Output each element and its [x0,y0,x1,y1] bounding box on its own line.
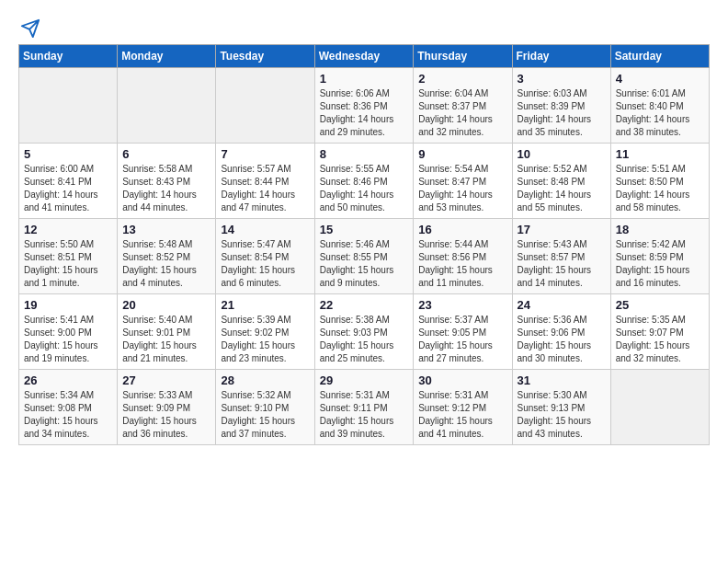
page-header [18,18,710,39]
day-number: 14 [221,223,309,236]
logo-bird-icon [20,18,40,39]
day-info: Sunrise: 5:39 AMSunset: 9:02 PMDaylight:… [221,314,309,365]
calendar-day-cell: 26Sunrise: 5:34 AMSunset: 9:08 PMDayligh… [19,370,118,445]
day-info: Sunrise: 5:58 AMSunset: 8:43 PMDaylight:… [122,163,210,214]
day-info: Sunrise: 5:42 AMSunset: 8:59 PMDaylight:… [616,238,704,290]
day-number: 22 [320,298,409,312]
calendar-day-cell [610,370,709,445]
day-number: 12 [24,223,112,236]
day-number: 26 [24,373,112,387]
day-number: 29 [320,373,409,387]
day-info: Sunrise: 5:33 AMSunset: 9:09 PMDaylight:… [122,389,210,441]
calendar-day-cell: 9Sunrise: 5:54 AMSunset: 8:47 PMDaylight… [414,144,512,219]
calendar-week-row: 26Sunrise: 5:34 AMSunset: 9:08 PMDayligh… [19,370,710,445]
day-number: 5 [24,147,112,161]
day-number: 27 [122,373,210,387]
calendar-day-cell: 31Sunrise: 5:30 AMSunset: 9:13 PMDayligh… [512,370,610,445]
calendar-day-cell: 20Sunrise: 5:40 AMSunset: 9:01 PMDayligh… [118,294,216,370]
day-info: Sunrise: 5:37 AMSunset: 9:05 PMDaylight:… [418,314,506,365]
calendar-day-cell: 11Sunrise: 5:51 AMSunset: 8:50 PMDayligh… [610,144,709,219]
day-info: Sunrise: 5:47 AMSunset: 8:54 PMDaylight:… [221,238,309,290]
calendar-day-cell: 10Sunrise: 5:52 AMSunset: 8:48 PMDayligh… [512,144,610,219]
calendar-table: SundayMondayTuesdayWednesdayThursdayFrid… [18,44,710,445]
day-number: 2 [418,72,506,86]
calendar-day-cell: 29Sunrise: 5:31 AMSunset: 9:11 PMDayligh… [314,370,414,445]
day-number: 20 [122,298,210,312]
day-number: 1 [320,72,409,86]
day-number: 25 [616,298,704,312]
calendar-day-header: Monday [118,45,216,68]
calendar-day-cell [19,68,118,144]
day-info: Sunrise: 5:52 AMSunset: 8:48 PMDaylight:… [518,163,606,214]
calendar-day-header: Tuesday [216,45,314,68]
day-number: 28 [221,373,309,387]
day-info: Sunrise: 5:48 AMSunset: 8:52 PMDaylight:… [122,238,210,290]
day-info: Sunrise: 6:06 AMSunset: 8:36 PMDaylight:… [320,87,409,139]
day-info: Sunrise: 5:46 AMSunset: 8:55 PMDaylight:… [320,238,409,290]
day-number: 24 [518,298,606,312]
day-number: 9 [418,147,506,161]
calendar-day-cell: 13Sunrise: 5:48 AMSunset: 8:52 PMDayligh… [118,219,216,294]
day-info: Sunrise: 5:43 AMSunset: 8:57 PMDaylight:… [518,238,606,290]
calendar-day-cell: 1Sunrise: 6:06 AMSunset: 8:36 PMDaylight… [314,68,414,144]
day-info: Sunrise: 5:35 AMSunset: 9:07 PMDaylight:… [616,314,704,365]
day-number: 23 [418,298,506,312]
calendar-day-cell: 7Sunrise: 5:57 AMSunset: 8:44 PMDaylight… [216,144,314,219]
calendar-day-cell: 23Sunrise: 5:37 AMSunset: 9:05 PMDayligh… [414,294,512,370]
day-info: Sunrise: 6:01 AMSunset: 8:40 PMDaylight:… [616,87,704,139]
calendar-day-header: Sunday [19,45,118,68]
day-number: 7 [221,147,309,161]
day-info: Sunrise: 5:50 AMSunset: 8:51 PMDaylight:… [24,238,112,290]
calendar-day-cell: 28Sunrise: 5:32 AMSunset: 9:10 PMDayligh… [216,370,314,445]
calendar-week-row: 1Sunrise: 6:06 AMSunset: 8:36 PMDaylight… [19,68,710,144]
calendar-day-cell: 22Sunrise: 5:38 AMSunset: 9:03 PMDayligh… [314,294,414,370]
calendar-week-row: 5Sunrise: 6:00 AMSunset: 8:41 PMDaylight… [19,144,710,219]
day-info: Sunrise: 5:54 AMSunset: 8:47 PMDaylight:… [418,163,506,214]
calendar-day-cell: 15Sunrise: 5:46 AMSunset: 8:55 PMDayligh… [314,219,414,294]
calendar-day-cell: 2Sunrise: 6:04 AMSunset: 8:37 PMDaylight… [414,68,512,144]
calendar-day-header: Friday [512,45,610,68]
day-info: Sunrise: 5:51 AMSunset: 8:50 PMDaylight:… [616,163,704,214]
calendar-day-cell: 21Sunrise: 5:39 AMSunset: 9:02 PMDayligh… [216,294,314,370]
day-info: Sunrise: 5:40 AMSunset: 9:01 PMDaylight:… [122,314,210,365]
calendar-day-cell: 16Sunrise: 5:44 AMSunset: 8:56 PMDayligh… [414,219,512,294]
day-number: 16 [418,223,506,236]
calendar-day-header: Thursday [414,45,512,68]
day-number: 31 [518,373,606,387]
calendar-day-cell: 27Sunrise: 5:33 AMSunset: 9:09 PMDayligh… [118,370,216,445]
day-info: Sunrise: 5:41 AMSunset: 9:00 PMDaylight:… [24,314,112,365]
day-info: Sunrise: 5:36 AMSunset: 9:06 PMDaylight:… [518,314,606,365]
calendar-day-cell: 19Sunrise: 5:41 AMSunset: 9:00 PMDayligh… [19,294,118,370]
calendar-day-cell: 24Sunrise: 5:36 AMSunset: 9:06 PMDayligh… [512,294,610,370]
day-info: Sunrise: 5:38 AMSunset: 9:03 PMDaylight:… [320,314,409,365]
day-number: 18 [616,223,704,236]
day-info: Sunrise: 5:57 AMSunset: 8:44 PMDaylight:… [221,163,309,214]
calendar-day-header: Wednesday [314,45,414,68]
calendar-week-row: 12Sunrise: 5:50 AMSunset: 8:51 PMDayligh… [19,219,710,294]
calendar-day-cell: 25Sunrise: 5:35 AMSunset: 9:07 PMDayligh… [610,294,709,370]
day-number: 15 [320,223,409,236]
day-info: Sunrise: 5:34 AMSunset: 9:08 PMDaylight:… [24,389,112,441]
day-number: 8 [320,147,409,161]
day-number: 3 [518,72,606,86]
day-number: 4 [616,72,704,86]
logo [18,18,40,39]
calendar-day-cell: 12Sunrise: 5:50 AMSunset: 8:51 PMDayligh… [19,219,118,294]
calendar-header-row: SundayMondayTuesdayWednesdayThursdayFrid… [19,45,710,68]
calendar-day-cell: 5Sunrise: 6:00 AMSunset: 8:41 PMDaylight… [19,144,118,219]
day-number: 11 [616,147,704,161]
day-info: Sunrise: 5:44 AMSunset: 8:56 PMDaylight:… [418,238,506,290]
calendar-day-header: Saturday [610,45,709,68]
day-info: Sunrise: 5:31 AMSunset: 9:11 PMDaylight:… [320,389,409,441]
calendar-day-cell [216,68,314,144]
day-number: 19 [24,298,112,312]
day-info: Sunrise: 5:30 AMSunset: 9:13 PMDaylight:… [518,389,606,441]
calendar-day-cell: 6Sunrise: 5:58 AMSunset: 8:43 PMDaylight… [118,144,216,219]
calendar-day-cell: 30Sunrise: 5:31 AMSunset: 9:12 PMDayligh… [414,370,512,445]
day-info: Sunrise: 6:00 AMSunset: 8:41 PMDaylight:… [24,163,112,214]
calendar-week-row: 19Sunrise: 5:41 AMSunset: 9:00 PMDayligh… [19,294,710,370]
day-info: Sunrise: 6:04 AMSunset: 8:37 PMDaylight:… [418,87,506,139]
calendar-day-cell [118,68,216,144]
day-info: Sunrise: 6:03 AMSunset: 8:39 PMDaylight:… [518,87,606,139]
day-number: 21 [221,298,309,312]
